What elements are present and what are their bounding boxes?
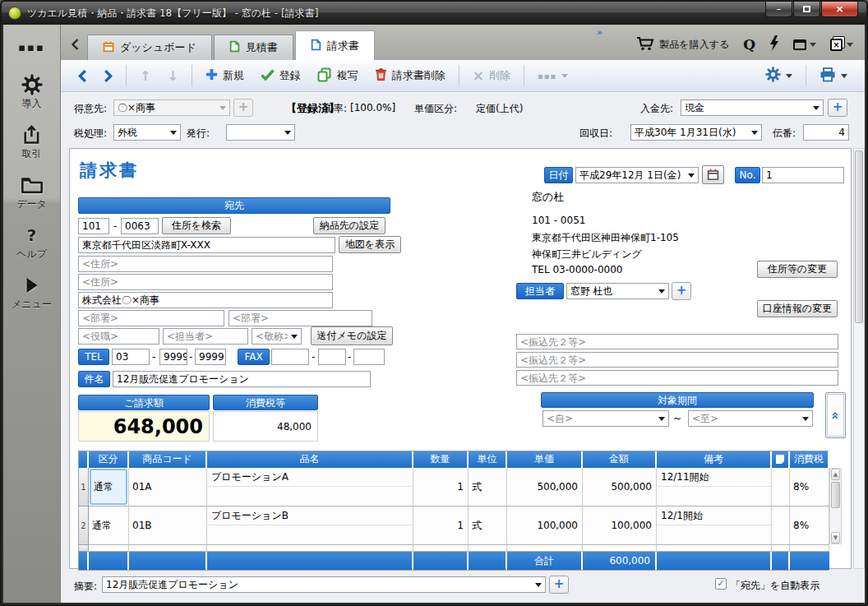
row3-number[interactable]: [79, 545, 89, 552]
tab-overflow-icon[interactable]: »: [597, 27, 603, 38]
tab-dashboard[interactable]: ダッシュボード: [87, 35, 212, 60]
bank-info2-input[interactable]: <振込先２等>: [516, 352, 838, 368]
sidebar-item-setup[interactable]: 導入: [21, 73, 43, 111]
tab-invoice[interactable]: 請求書: [295, 30, 375, 60]
recipient-role-input[interactable]: <役職>: [78, 328, 159, 345]
register-button[interactable]: 登録: [253, 64, 308, 87]
more-actions-button[interactable]: ▪▪▪: [530, 67, 575, 85]
add-staff-button[interactable]: +: [672, 282, 691, 300]
row3-cell[interactable]: [129, 545, 207, 552]
print-button[interactable]: [812, 63, 855, 89]
collect-date-select[interactable]: 平成30年 1月31日(水): [630, 124, 762, 141]
delivery-settings-button[interactable]: 納品先の設定: [313, 217, 386, 234]
invoice-number-input[interactable]: 1: [762, 167, 844, 183]
document-scrollbar[interactable]: [853, 148, 865, 569]
tab-estimate[interactable]: 見積書: [214, 35, 293, 60]
row1-memo-cell[interactable]: [772, 468, 790, 507]
row1-number[interactable]: 1: [79, 468, 89, 507]
row2-price-cell[interactable]: 100,000: [507, 507, 583, 545]
move-down-button[interactable]: ↓: [159, 64, 185, 88]
row2-name-cell[interactable]: プロモーションB: [207, 507, 413, 545]
col-header-code[interactable]: 商品コード: [129, 451, 207, 468]
row1-note-cell[interactable]: 12/11開始: [657, 468, 772, 507]
recipient-dept2-input[interactable]: <部署>: [229, 310, 372, 326]
payee-select[interactable]: 現金: [681, 99, 824, 116]
postal-code-2-input[interactable]: 0063: [121, 218, 159, 234]
send-memo-button[interactable]: 送付メモの設定: [311, 326, 393, 345]
row2-number[interactable]: 2: [79, 507, 89, 545]
postal-code-1-input[interactable]: 101: [78, 218, 109, 234]
table-scrollbar-thumb[interactable]: [831, 482, 840, 508]
window-layout-button[interactable]: [793, 39, 816, 50]
row1-unit-cell[interactable]: 式: [469, 468, 507, 507]
change-address-button[interactable]: 住所等の変更: [757, 261, 838, 278]
sidebar-item-transactions[interactable]: 取引: [21, 123, 43, 161]
row3-cell[interactable]: [657, 545, 772, 552]
row1-kubun-cell[interactable]: 通常: [89, 468, 129, 507]
bank-info1-input[interactable]: <振込先２等>: [516, 334, 838, 349]
add-summary-button[interactable]: +: [549, 576, 569, 594]
row2-kubun-cell[interactable]: 通常: [89, 507, 129, 545]
row2-unit-cell[interactable]: 式: [469, 507, 507, 545]
row1-price-cell[interactable]: 500,000: [507, 468, 583, 507]
col-header-note[interactable]: 備考: [657, 451, 772, 468]
calendar-picker-button[interactable]: [702, 165, 724, 184]
show-map-button[interactable]: 地図を表示: [339, 236, 401, 253]
row3-cell[interactable]: [583, 545, 657, 552]
recipient-address2-input[interactable]: <住所>: [78, 256, 333, 272]
honorific-select[interactable]: <敬称>: [252, 328, 302, 345]
bank-info3-input[interactable]: <振込先２等>: [516, 370, 838, 386]
delete-button[interactable]: × 削除: [465, 64, 518, 87]
col-header-qty[interactable]: 数量: [413, 451, 469, 468]
row2-qty-cell[interactable]: 1: [413, 507, 469, 545]
copy-button[interactable]: 複写: [310, 63, 366, 89]
title-bar[interactable]: ツカエル見積・納品・請求書 18【フリー版】 - 窓の杜 - [請求書] – ×: [2, 2, 866, 25]
move-up-button[interactable]: ↑: [132, 64, 158, 88]
subject-input[interactable]: 12月販売促進プロモーション: [113, 371, 371, 387]
row3-cell[interactable]: [507, 545, 583, 552]
purchase-product-button[interactable]: 製品を購入する: [636, 36, 729, 53]
recipient-person-input[interactable]: <担当者>: [163, 328, 248, 345]
row1-name-cell[interactable]: プロモーションA: [207, 468, 413, 507]
col-header-name[interactable]: 品名: [207, 451, 413, 468]
row3-cell[interactable]: [790, 545, 829, 552]
col-header-amount[interactable]: 金額: [583, 451, 657, 468]
recipient-company-input[interactable]: 株式会社〇×商事: [78, 292, 333, 308]
period-to-select[interactable]: <至>: [688, 410, 813, 427]
collapse-panel-button[interactable]: «: [825, 392, 846, 438]
restore-button[interactable]: [793, 2, 820, 17]
delete-invoice-button[interactable]: 請求書削除: [367, 63, 453, 88]
new-button[interactable]: 新規: [198, 64, 252, 87]
search-address-button[interactable]: 住所を検索: [162, 217, 231, 234]
row3-cell[interactable]: [207, 545, 413, 552]
add-payee-button[interactable]: +: [828, 99, 847, 117]
period-from-select[interactable]: <自>: [542, 410, 669, 427]
row2-tax-cell[interactable]: 8%: [790, 507, 829, 545]
scroll-down-icon[interactable]: ▼: [831, 532, 840, 544]
sidebar-item-menu[interactable]: メニュー: [12, 274, 52, 312]
nav-back-button[interactable]: [71, 66, 95, 86]
close-document-button[interactable]: ×: [830, 39, 853, 51]
minimize-button[interactable]: –: [765, 2, 792, 17]
summary-select[interactable]: 12月販売促進プロモーション: [102, 576, 546, 593]
col-header-memo-icon[interactable]: [772, 451, 790, 468]
sidebar-item-data[interactable]: データ: [16, 173, 47, 211]
customer-select[interactable]: 〇×商事: [113, 99, 230, 116]
row3-cell[interactable]: [469, 545, 507, 552]
row2-memo-cell[interactable]: [772, 507, 790, 545]
nav-forward-button[interactable]: [96, 66, 120, 86]
table-scrollbar[interactable]: ▲ ▼: [829, 468, 842, 544]
fax3-input[interactable]: [353, 349, 385, 365]
col-header-price[interactable]: 単価: [507, 451, 583, 468]
tel1-input[interactable]: 03: [112, 349, 150, 365]
scroll-up-icon[interactable]: ▲: [831, 469, 840, 480]
tel3-input[interactable]: 9999: [195, 349, 226, 365]
row3-cell[interactable]: [413, 545, 469, 552]
recipient-address3-input[interactable]: <住所>: [78, 274, 333, 290]
auto-display-checkbox[interactable]: ✓: [715, 578, 727, 590]
search-q-icon[interactable]: Q: [743, 36, 755, 53]
close-button[interactable]: ×: [821, 2, 858, 17]
row2-amount-cell[interactable]: 100,000: [583, 507, 657, 545]
settings-button[interactable]: [758, 62, 800, 89]
row3-cell[interactable]: [89, 545, 129, 552]
